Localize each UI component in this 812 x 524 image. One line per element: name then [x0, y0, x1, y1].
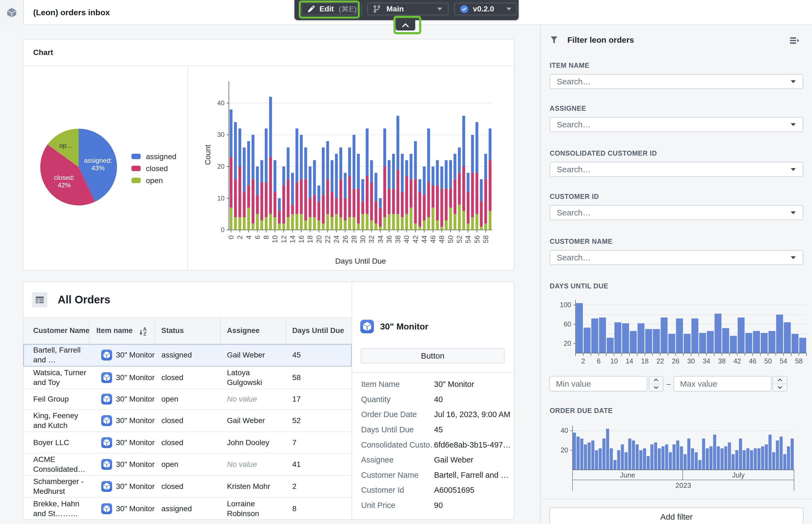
- svg-text:18: 18: [306, 235, 314, 243]
- svg-text:28: 28: [350, 235, 358, 243]
- svg-text:36: 36: [385, 235, 393, 243]
- svg-text:June: June: [620, 471, 635, 479]
- svg-text:14: 14: [289, 235, 297, 243]
- svg-text:Count: Count: [204, 145, 212, 165]
- svg-text:46: 46: [429, 235, 437, 243]
- svg-text:20: 20: [315, 235, 323, 243]
- svg-text:closed:: closed:: [54, 174, 75, 181]
- svg-text:12: 12: [280, 235, 288, 243]
- svg-text:32: 32: [367, 235, 375, 243]
- svg-text:34: 34: [703, 357, 710, 365]
- svg-text:58: 58: [482, 235, 490, 243]
- svg-text:48: 48: [438, 235, 446, 243]
- svg-text:50: 50: [764, 357, 772, 365]
- svg-text:100: 100: [560, 301, 571, 309]
- svg-text:43%: 43%: [92, 164, 104, 172]
- svg-text:assigned: assigned: [146, 152, 176, 161]
- svg-text:22: 22: [656, 357, 664, 365]
- svg-text:10: 10: [271, 235, 279, 243]
- svg-text:0: 0: [227, 235, 235, 239]
- svg-text:38: 38: [394, 235, 402, 243]
- svg-text:30: 30: [359, 235, 367, 243]
- svg-text:2: 2: [581, 357, 585, 365]
- svg-text:52: 52: [455, 235, 464, 243]
- svg-text:30: 30: [687, 357, 695, 365]
- svg-text:50: 50: [446, 235, 455, 243]
- svg-text:54: 54: [780, 357, 787, 365]
- svg-text:58: 58: [795, 357, 803, 365]
- svg-text:op…: op…: [59, 142, 73, 149]
- svg-text:42: 42: [733, 357, 741, 365]
- svg-text:Z: Z: [143, 331, 147, 336]
- svg-text:60: 60: [564, 320, 571, 328]
- svg-text:42: 42: [411, 235, 420, 243]
- svg-text:18: 18: [641, 357, 649, 365]
- svg-text:10: 10: [610, 357, 618, 365]
- svg-text:44: 44: [420, 235, 428, 243]
- svg-text:42%: 42%: [58, 181, 71, 189]
- svg-text:16: 16: [297, 235, 305, 243]
- svg-text:6: 6: [597, 357, 601, 365]
- svg-text:24: 24: [332, 235, 340, 243]
- svg-text:14: 14: [626, 357, 633, 365]
- svg-text:2023: 2023: [676, 481, 691, 489]
- svg-text:40: 40: [217, 99, 225, 107]
- svg-text:54: 54: [464, 235, 472, 243]
- svg-text:0: 0: [221, 226, 225, 233]
- svg-text:Days Until Due: Days Until Due: [335, 257, 386, 265]
- svg-text:July: July: [732, 471, 745, 479]
- svg-text:46: 46: [749, 357, 757, 365]
- svg-text:22: 22: [324, 235, 332, 243]
- svg-text:20: 20: [561, 446, 568, 454]
- svg-text:closed: closed: [146, 164, 168, 173]
- svg-text:20: 20: [564, 340, 571, 347]
- svg-text:40: 40: [403, 235, 411, 243]
- svg-text:26: 26: [672, 357, 680, 365]
- svg-text:2: 2: [236, 235, 244, 239]
- svg-text:open: open: [146, 176, 163, 185]
- svg-text:20: 20: [217, 163, 225, 170]
- svg-text:26: 26: [341, 235, 350, 243]
- svg-text:assigned:: assigned:: [84, 157, 112, 164]
- svg-text:4: 4: [245, 235, 253, 239]
- svg-text:38: 38: [718, 357, 726, 365]
- svg-text:30: 30: [217, 131, 225, 138]
- svg-text:10: 10: [217, 195, 225, 202]
- svg-text:8: 8: [262, 235, 270, 239]
- svg-text:34: 34: [376, 235, 385, 243]
- svg-text:6: 6: [253, 235, 261, 239]
- svg-text:56: 56: [473, 235, 481, 243]
- svg-text:40: 40: [561, 427, 568, 434]
